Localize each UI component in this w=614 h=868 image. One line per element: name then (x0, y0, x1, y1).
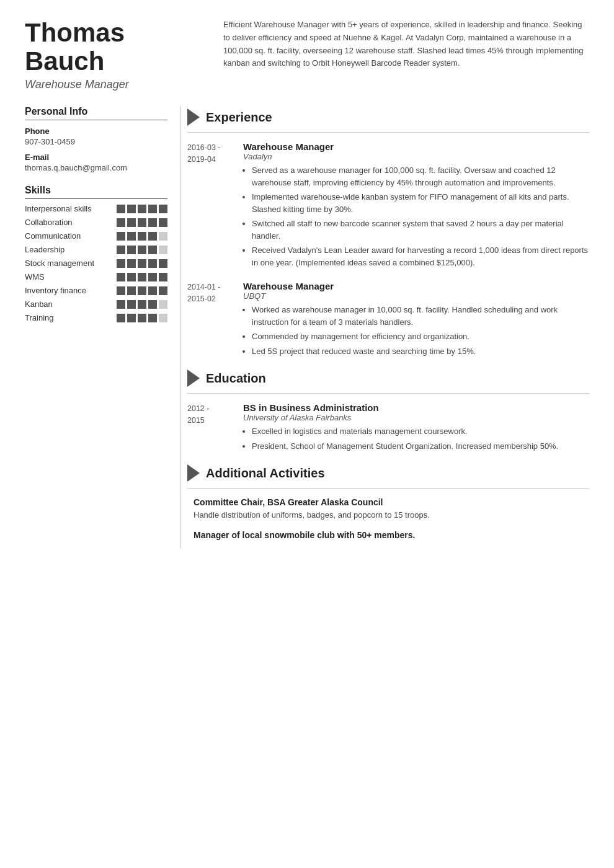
skill-bar (159, 218, 167, 227)
exp-company: Vadalyn (243, 152, 589, 161)
activities-divider (187, 488, 589, 489)
skill-row: Training (25, 313, 167, 322)
skill-bar (138, 205, 146, 213)
edu-degree: BS in Business Administration (243, 402, 589, 413)
skill-bar (148, 314, 157, 322)
skill-name: Interpersonal skills (25, 204, 117, 213)
exp-job-title: Warehouse Manager (243, 141, 589, 152)
skills-section: Skills Interpersonal skillsCollaboration… (25, 185, 167, 322)
header-section: Thomas Bauch Warehouse Manager Efficient… (25, 19, 589, 91)
activities-section: Additional Activities Committee Chair, B… (187, 464, 589, 540)
skill-bars (117, 232, 167, 241)
main-content: Personal Info Phone 907-301-0459 E-mail … (25, 106, 589, 549)
skill-bar (159, 246, 167, 254)
skill-row: Interpersonal skills (25, 204, 167, 213)
email-label: E-mail (25, 153, 167, 162)
skill-bar (148, 205, 157, 213)
skill-bar (138, 286, 146, 295)
skill-bar (117, 300, 125, 309)
skill-name: Collaboration (25, 218, 117, 227)
exp-job-title: Warehouse Manager (243, 281, 589, 291)
skill-name: Training (25, 313, 117, 322)
experience-entry: 2016-03 -2019-04Warehouse ManagerVadalyn… (187, 141, 589, 271)
skill-name: WMS (25, 272, 117, 281)
exp-bullet-item: Implemented warehouse-wide kanban system… (252, 191, 589, 215)
skill-bar (127, 273, 136, 281)
experience-section: Experience 2016-03 -2019-04Warehouse Man… (187, 108, 589, 360)
skill-bar (117, 273, 125, 281)
skill-bar (159, 259, 167, 268)
skill-row: Kanban (25, 299, 167, 309)
skill-bar (159, 314, 167, 322)
phone-label: Phone (25, 126, 167, 136)
skill-row: Inventory finance (25, 286, 167, 295)
activities-title: Additional Activities (206, 466, 325, 480)
skill-row: WMS (25, 272, 167, 281)
skill-bars (117, 218, 167, 227)
skill-bars (117, 314, 167, 322)
experience-entry: 2014-01 -2015-02Warehouse ManagerUBQTWor… (187, 281, 589, 360)
exp-company: UBQT (243, 291, 589, 301)
skill-bar (159, 300, 167, 309)
skill-bar (159, 205, 167, 213)
education-header: Education (187, 370, 589, 387)
skill-bar (159, 273, 167, 281)
exp-details: Warehouse ManagerVadalynServed as a ware… (243, 141, 589, 271)
skill-bars (117, 259, 167, 268)
skill-bars (117, 205, 167, 213)
skill-bar (138, 232, 146, 241)
skills-list: Interpersonal skillsCollaborationCommuni… (25, 204, 167, 322)
education-section: Education 2012 -2015BS in Business Admin… (187, 370, 589, 454)
skill-row: Collaboration (25, 218, 167, 227)
skill-row: Leadership (25, 245, 167, 254)
skill-row: Communication (25, 231, 167, 241)
skill-bars (117, 300, 167, 309)
skill-bar (117, 205, 125, 213)
skill-bars (117, 246, 167, 254)
activities-header: Additional Activities (187, 464, 589, 482)
exp-bullet-item: Switched all staff to new barcode scanne… (252, 218, 589, 242)
header-left: Thomas Bauch Warehouse Manager (25, 19, 198, 91)
phone-value: 907-301-0459 (25, 137, 167, 146)
experience-header: Experience (187, 108, 589, 126)
left-column: Personal Info Phone 907-301-0459 E-mail … (25, 106, 180, 549)
exp-bullet-item: Led 5S project that reduced waste and se… (252, 345, 589, 358)
exp-bullet-item: Worked as warehouse manager in 10,000 sq… (252, 304, 589, 328)
edu-bullet-item: Excelled in logistics and materials mana… (252, 425, 589, 438)
skill-bar (138, 218, 146, 227)
edu-bullet-item: President, School of Management Student … (252, 440, 589, 453)
email-value: thomas.q.bauch@gmail.com (25, 163, 167, 172)
education-divider (187, 393, 589, 394)
skill-name: Communication (25, 231, 117, 241)
skill-name: Leadership (25, 245, 117, 254)
skill-bar (148, 273, 157, 281)
skill-bar (138, 273, 146, 281)
activity-title: Committee Chair, BSA Greater Alaska Coun… (194, 497, 589, 507)
skill-bar (148, 300, 157, 309)
personal-info-title: Personal Info (25, 106, 167, 120)
skill-bar (127, 232, 136, 241)
experience-arrow-icon (187, 108, 200, 126)
skill-bars (117, 273, 167, 281)
edu-bullet-list: Excelled in logistics and materials mana… (243, 425, 589, 452)
personal-info-section: Personal Info Phone 907-301-0459 E-mail … (25, 106, 167, 172)
experience-divider (187, 132, 589, 133)
resume-page: Thomas Bauch Warehouse Manager Efficient… (0, 0, 614, 868)
skill-bar (138, 300, 146, 309)
exp-dates: 2014-01 -2015-02 (187, 281, 243, 360)
skill-bar (127, 259, 136, 268)
edu-details: BS in Business AdministrationUniversity … (243, 402, 589, 454)
skill-bar (117, 286, 125, 295)
edu-dates: 2012 -2015 (187, 402, 243, 454)
skill-bar (117, 232, 125, 241)
skill-name: Inventory finance (25, 286, 117, 295)
activity-description: Handle distribution of uniforms, badges,… (194, 509, 589, 521)
activities-list: Committee Chair, BSA Greater Alaska Coun… (187, 497, 589, 540)
exp-bullet-item: Served as a warehouse manager for 100,00… (252, 164, 589, 188)
education-title: Education (206, 371, 266, 386)
skill-bars (117, 286, 167, 295)
education-list: 2012 -2015BS in Business AdministrationU… (187, 402, 589, 454)
skill-bar (117, 246, 125, 254)
skill-bar (127, 205, 136, 213)
skill-bar (127, 246, 136, 254)
